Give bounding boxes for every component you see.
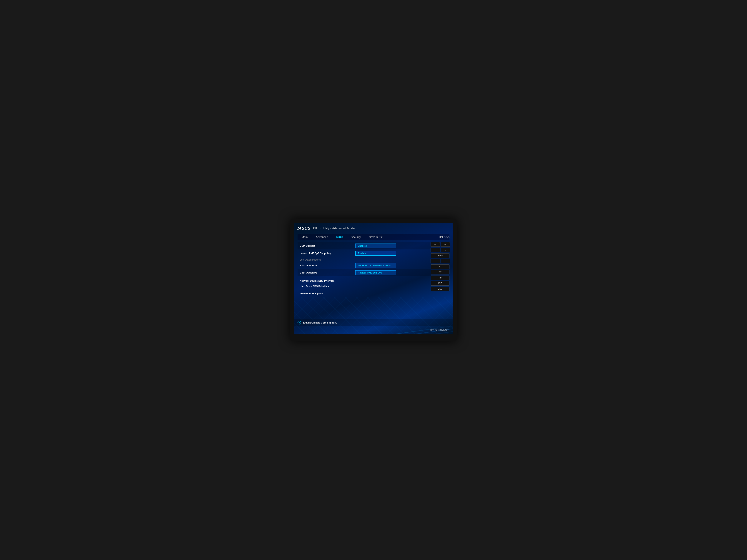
launch-pxe-row: Launch PXE OpROM policy Enabled [298,249,431,257]
left-arrow-btn[interactable]: ← [431,242,440,247]
minus-btn[interactable]: − [441,259,450,263]
hot-keys-panel: ← → ↑ ↓ Enter + − F1 F7 F9 F10 [431,240,449,298]
plus-minus-row: + − [431,259,450,263]
f9-btn[interactable]: F9 [431,275,449,280]
laptop-frame: /ASUS BIOS Utility - Advanced Mode Main … [290,219,457,341]
boot-priorities-header: Boot Option Priorities [298,257,431,262]
f1-btn[interactable]: F1 [431,264,449,269]
tab-boot[interactable]: Boot [332,234,346,240]
up-arrow-btn[interactable]: ↑ [431,248,440,252]
boot-option-2-label: Boot Option #2 [300,271,355,274]
launch-pxe-label: Launch PXE OpROM policy [300,252,355,255]
network-bbs-item[interactable]: Network Device BBS Priorities [298,278,431,284]
right-arrow-btn[interactable]: → [441,242,450,247]
header: /ASUS BIOS Utility - Advanced Mode [298,226,449,231]
boot-option-2-row: Boot Option #2 Realtek PXE B02 D00 [298,269,431,276]
tab-security[interactable]: Security [346,234,365,240]
boot-option-1-row: Boot Option #1 P0: HGST HTS545050A7E680 [298,262,431,269]
main-content: CSM Support Enabled Launch PXE OpROM pol… [298,240,449,298]
esc-btn[interactable]: ESC [431,287,449,291]
csm-support-label: CSM Support [300,244,355,247]
tab-save-exit[interactable]: Save & Exit [365,234,388,240]
launch-pxe-value[interactable]: Enabled [355,251,396,256]
csm-support-value[interactable]: Enabled [355,243,396,248]
arrow-lr-row: ← → [431,242,450,247]
bios-title: BIOS Utility - Advanced Mode [313,227,355,230]
hard-drive-bbs-item[interactable]: Hard Drive BBS Priorities [298,284,431,289]
settings-panel: CSM Support Enabled Launch PXE OpROM pol… [298,240,431,298]
bottom-deco [294,319,453,334]
screen: /ASUS BIOS Utility - Advanced Mode Main … [294,222,453,334]
boot-option-2-value[interactable]: Realtek PXE B02 D00 [355,270,396,275]
nav-bar-wrapper: Main Advanced Boot Security Save & Exit … [298,234,449,240]
bios-container: /ASUS BIOS Utility - Advanced Mode Main … [294,222,453,301]
f10-btn[interactable]: F10 [431,281,449,286]
arrow-ud-row: ↑ ↓ [431,248,450,252]
boot-option-1-value[interactable]: P0: HGST HTS545050A7E680 [355,263,396,268]
hot-keys-label: Hot Keys [439,236,449,239]
csm-support-row: CSM Support Enabled [298,242,431,249]
plus-btn[interactable]: + [431,259,440,263]
boot-option-1-label: Boot Option #1 [300,264,355,267]
asus-logo: /ASUS [298,226,310,231]
tab-advanced[interactable]: Advanced [312,234,332,240]
nav-bar: Main Advanced Boot Security Save & Exit … [298,234,449,240]
delete-boot-item[interactable]: >Delete Boot Option [298,291,431,296]
f7-btn[interactable]: F7 [431,270,449,274]
enter-btn[interactable]: Enter [431,254,449,258]
watermark: 知乎 @装机小能手 [430,328,449,332]
down-arrow-btn[interactable]: ↓ [441,248,450,252]
tab-main[interactable]: Main [298,234,312,240]
